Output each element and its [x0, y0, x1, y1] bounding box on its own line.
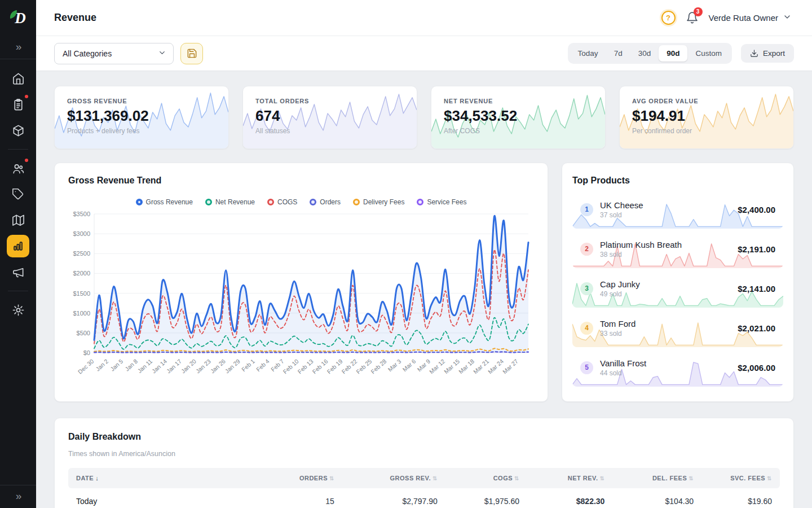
page-title: Revenue	[54, 12, 96, 24]
sort-icon: ⇅	[600, 475, 605, 481]
kpi-card-avg-order-value: AVG ORDER VALUE $194.91 Per confirmed or…	[619, 86, 794, 149]
column-header-orders[interactable]: ORDERS⇅	[253, 468, 342, 488]
product-row-2[interactable]: 2 Platinum Kush Breath38 sold $2,191.00	[572, 233, 783, 268]
product-name: Vanilla Frost	[600, 358, 646, 368]
svg-text:Mar 3: Mar 3	[386, 357, 402, 373]
megaphone-icon	[12, 266, 25, 279]
leaf-icon	[10, 10, 17, 19]
svg-text:Feb 4: Feb 4	[255, 357, 271, 373]
legend-item-net-revenue[interactable]: Net Revenue	[205, 198, 255, 206]
sidebar-item-customers[interactable]	[7, 157, 29, 179]
kpi-card-net-revenue: NET REVENUE $34,533.52 After COGS	[431, 86, 606, 149]
legend-item-cogs[interactable]: COGS	[267, 198, 297, 206]
svg-text:Feb 25: Feb 25	[355, 357, 373, 375]
table-header-row: DATE↓ ORDERS⇅ GROSS REV.⇅ COGS⇅ NET REV.…	[68, 468, 780, 488]
sidebar-divider	[0, 59, 36, 59]
sidebar-item-menus[interactable]	[7, 209, 29, 231]
filters-toolbar: All Categories Today 7d 30d 90d Custom E…	[36, 36, 812, 71]
column-header-del-fees[interactable]: DEL. FEES⇅	[612, 468, 701, 488]
cell-cogs: $1,975.60	[445, 488, 527, 508]
sort-icon: ⇅	[433, 475, 438, 481]
save-view-button[interactable]	[180, 43, 203, 64]
app-column: Revenue ? 3 Verde Ruta Owner All Categor…	[36, 0, 812, 508]
cell-date: Today	[68, 488, 253, 508]
svg-text:Jan 2: Jan 2	[94, 357, 109, 372]
sidebar-expand-toggle[interactable]: »	[0, 36, 36, 59]
date-range-group: Today 7d 30d 90d Custom	[568, 43, 732, 64]
cell-orders: 15	[253, 488, 342, 508]
chevron-down-icon	[783, 12, 792, 24]
revenue-line-chart[interactable]: $0$500$1000$1500$2000$2500$3000$3500Dec …	[68, 209, 534, 386]
kpi-subtitle: Products + delivery fees	[67, 127, 216, 135]
kpi-subtitle: All statuses	[255, 127, 404, 135]
sort-icon: ⇅	[514, 475, 519, 481]
legend-item-service-fees[interactable]: Service Fees	[417, 198, 466, 206]
sidebar-item-tags[interactable]	[7, 183, 29, 205]
sidebar-item-products[interactable]	[7, 119, 29, 142]
download-icon	[750, 49, 758, 58]
column-header-gross-rev[interactable]: GROSS REV.⇅	[342, 468, 445, 488]
svg-text:Feb 28: Feb 28	[369, 357, 387, 375]
notification-dot	[24, 94, 29, 99]
product-amount: $2,400.00	[738, 205, 775, 214]
range-custom-button[interactable]: Custom	[687, 45, 730, 62]
product-row-4[interactable]: 4 Tom Ford33 sold $2,021.00	[572, 312, 783, 347]
toolbar-right: Today 7d 30d 90d Custom Export	[568, 43, 794, 64]
charts-row: Gross Revenue Trend Gross Revenue Net Re…	[54, 163, 794, 402]
notification-badge: 3	[694, 7, 703, 16]
rank-badge: 5	[580, 361, 593, 374]
clipboard-icon	[12, 98, 25, 111]
legend-swatch	[353, 199, 360, 205]
sidebar-item-orders[interactable]	[7, 93, 29, 116]
help-button[interactable]: ?	[661, 11, 676, 25]
home-icon	[12, 72, 25, 85]
sidebar-item-marketing[interactable]	[7, 261, 29, 283]
legend-item-gross-revenue[interactable]: Gross Revenue	[136, 198, 193, 206]
range-90d-button[interactable]: 90d	[659, 45, 687, 62]
column-header-date[interactable]: DATE↓	[68, 468, 253, 488]
column-header-cogs[interactable]: COGS⇅	[445, 468, 527, 488]
svg-text:Dec 30: Dec 30	[77, 357, 95, 375]
cell-del-fees: $104.30	[612, 488, 701, 508]
svg-text:Jan 11: Jan 11	[136, 357, 153, 374]
category-select[interactable]: All Categories	[54, 43, 174, 64]
range-7d-button[interactable]: 7d	[606, 45, 630, 62]
svg-text:Feb 10: Feb 10	[281, 357, 299, 375]
sort-icon: ⇅	[329, 475, 334, 481]
notifications-button[interactable]: 3	[686, 10, 699, 27]
sidebar-item-analytics[interactable]	[7, 235, 29, 257]
gear-icon	[12, 304, 25, 317]
range-today-button[interactable]: Today	[570, 45, 606, 62]
svg-text:$0: $0	[83, 349, 90, 356]
column-header-net-rev[interactable]: NET REV.⇅	[527, 468, 612, 488]
kpi-label: NET REVENUE	[444, 98, 593, 104]
kpi-card-gross-revenue: GROSS REVENUE $131,369.02 Products + del…	[54, 86, 229, 149]
product-row-3[interactable]: 3 Cap Junky49 sold $2,141.00	[572, 273, 783, 308]
export-button[interactable]: Export	[741, 44, 794, 63]
svg-text:Mar 21: Mar 21	[472, 357, 490, 375]
kpi-value: $131,369.02	[67, 107, 216, 125]
chevron-down-icon	[158, 49, 166, 59]
svg-text:$3500: $3500	[73, 211, 90, 217]
revenue-dashboard: D »	[0, 0, 812, 508]
range-30d-button[interactable]: 30d	[630, 45, 659, 62]
svg-text:$2000: $2000	[73, 270, 90, 277]
svg-text:Feb 16: Feb 16	[311, 357, 329, 375]
sidebar-item-home[interactable]	[7, 67, 29, 90]
legend-item-orders[interactable]: Orders	[310, 198, 341, 206]
save-icon	[187, 48, 197, 59]
product-amount: $2,021.00	[738, 323, 775, 333]
svg-text:Jan 5: Jan 5	[109, 357, 124, 372]
product-row-1[interactable]: 1 UK Cheese37 sold $2,400.00	[572, 194, 783, 229]
rank-badge: 3	[580, 282, 593, 295]
product-row-5[interactable]: 5 Vanilla Frost44 sold $2,006.00	[572, 352, 783, 387]
sidebar-expand-toggle-bottom[interactable]: »	[0, 485, 36, 508]
chart-title: Gross Revenue Trend	[68, 176, 534, 186]
table-row-today[interactable]: Today 15 $2,797.90 $1,975.60 $822.30 $10…	[68, 488, 780, 508]
legend-item-delivery-fees[interactable]: Delivery Fees	[353, 198, 404, 206]
user-menu[interactable]: Verde Ruta Owner	[709, 12, 792, 24]
column-header-svc-fees[interactable]: SVC. FEES⇅	[701, 468, 780, 488]
legend-swatch	[310, 199, 316, 205]
sidebar-item-settings[interactable]	[7, 299, 29, 321]
app-logo[interactable]: D	[0, 0, 36, 36]
